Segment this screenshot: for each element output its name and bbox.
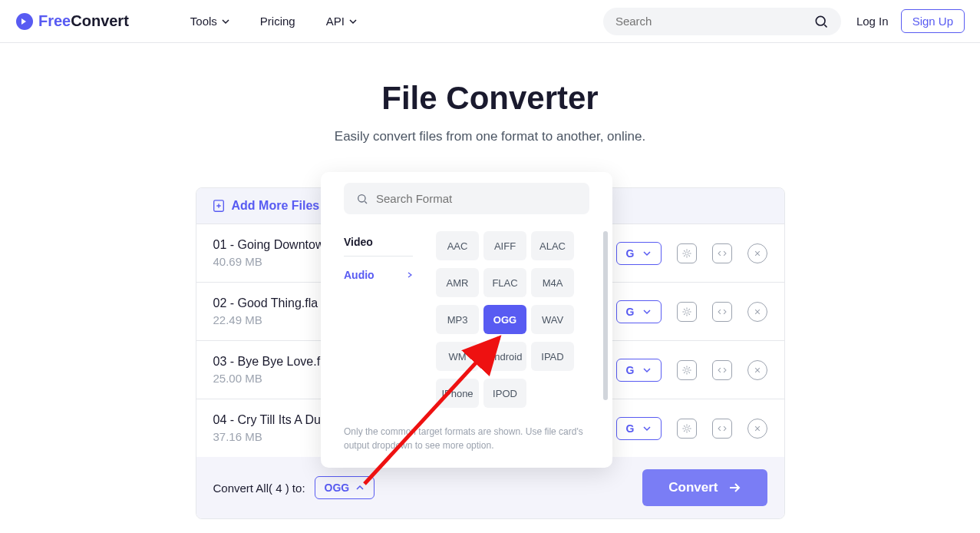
file-format-button[interactable]: G [616, 417, 662, 440]
format-option-aac[interactable]: AAC [436, 231, 479, 260]
close-icon [752, 423, 763, 434]
format-option-m4a[interactable]: M4A [531, 268, 574, 297]
file-format-button[interactable]: G [616, 300, 662, 323]
add-file-icon [212, 199, 226, 213]
format-option-ipad[interactable]: IPAD [531, 342, 574, 371]
hero: File Converter Easily convert files from… [0, 80, 980, 144]
close-icon [752, 248, 763, 259]
search-icon [356, 193, 368, 205]
gear-icon [681, 248, 692, 259]
arrow-right-icon [728, 481, 741, 495]
code-icon [717, 365, 728, 376]
nav-pricing-label: Pricing [260, 15, 295, 28]
signup-button[interactable]: Sign Up [901, 9, 965, 33]
svg-point-5 [685, 368, 688, 371]
popup-sidebar: Video Audio [344, 231, 413, 408]
remove-button[interactable] [747, 302, 767, 322]
popup-search[interactable] [344, 183, 589, 214]
convert-all-format-label: OGG [325, 482, 350, 494]
format-option-wav[interactable]: WAV [531, 305, 574, 334]
chevron-down-icon [222, 18, 229, 25]
sidebar-item-audio[interactable]: Audio [344, 264, 413, 286]
code-button[interactable] [712, 360, 732, 380]
svg-point-4 [685, 310, 688, 313]
gear-icon [681, 306, 692, 317]
file-format-label: G [626, 364, 635, 376]
format-option-aiff[interactable]: AIFF [483, 231, 526, 260]
format-option-alac[interactable]: ALAC [531, 231, 574, 260]
add-more-label: Add More Files [232, 199, 320, 213]
format-option-iphone[interactable]: IPhone [436, 379, 479, 408]
gear-icon [681, 423, 692, 434]
logo[interactable]: FreeConvert [15, 12, 129, 31]
settings-button[interactable] [677, 243, 697, 263]
settings-button[interactable] [677, 419, 697, 439]
add-more-files-button[interactable]: Add More Files [212, 199, 320, 213]
file-actions: G [616, 300, 767, 323]
svg-point-6 [685, 426, 688, 429]
chevron-down-icon [642, 424, 652, 433]
file-actions: G [616, 417, 767, 440]
format-popup: Video Audio AACAIFFALACAMRFLACM4AMP3OGGW… [321, 172, 612, 468]
popup-note: Only the common target formats are shown… [344, 425, 589, 452]
convert-all-label: Convert All( 4 ) to: [213, 482, 305, 495]
nav-tools[interactable]: Tools [190, 15, 229, 28]
format-option-mp3[interactable]: MP3 [436, 305, 479, 334]
code-icon [717, 306, 728, 317]
format-option-flac[interactable]: FLAC [483, 268, 526, 297]
file-format-label: G [626, 247, 635, 260]
popup-body: Video Audio AACAIFFALACAMRFLACM4AMP3OGGW… [344, 231, 589, 408]
nav-pricing[interactable]: Pricing [260, 15, 295, 28]
brand-light: Free [38, 12, 71, 29]
logo-icon [15, 12, 34, 31]
page-subtitle: Easily convert files from one format to … [0, 129, 980, 144]
svg-point-7 [358, 194, 365, 201]
chevron-down-icon [642, 366, 652, 375]
formats-grid: AACAIFFALACAMRFLACM4AMP3OGGWAVWMAndroidI… [436, 231, 589, 408]
file-format-label: G [626, 422, 635, 435]
gear-icon [681, 365, 692, 376]
sidebar-item-video[interactable]: Video [344, 231, 413, 257]
search-box[interactable] [603, 8, 841, 35]
format-option-android[interactable]: Android [483, 342, 526, 371]
format-option-ogg[interactable]: OGG [483, 305, 526, 334]
nav-api[interactable]: API [326, 15, 357, 28]
code-button[interactable] [712, 243, 732, 263]
file-actions: G [616, 242, 767, 265]
format-option-wm[interactable]: WM [436, 342, 479, 371]
file-format-label: G [626, 306, 635, 318]
page-title: File Converter [0, 80, 980, 117]
search-icon [813, 14, 829, 29]
scrollbar[interactable] [603, 231, 608, 400]
brand-bold: Convert [71, 12, 129, 29]
header: FreeConvert Tools Pricing API Log In Sig… [0, 0, 980, 43]
format-option-amr[interactable]: AMR [436, 268, 479, 297]
remove-button[interactable] [747, 360, 767, 380]
close-icon [752, 365, 763, 376]
login-link[interactable]: Log In [856, 15, 889, 28]
chevron-down-icon [642, 307, 652, 316]
close-icon [752, 306, 763, 317]
svg-point-3 [685, 251, 688, 254]
convert-button[interactable]: Convert [642, 469, 767, 506]
file-format-button[interactable]: G [616, 242, 662, 265]
code-icon [717, 423, 728, 434]
convert-all-format-button[interactable]: OGG [315, 476, 375, 499]
file-actions: G [616, 359, 767, 382]
sidebar-audio-label: Audio [344, 269, 375, 281]
chevron-down-icon [349, 18, 357, 25]
code-button[interactable] [712, 419, 732, 439]
remove-button[interactable] [747, 419, 767, 439]
code-button[interactable] [712, 302, 732, 322]
format-search-input[interactable] [376, 192, 577, 205]
settings-button[interactable] [677, 360, 697, 380]
format-option-ipod[interactable]: IPOD [483, 379, 526, 408]
nav: Tools Pricing API [190, 15, 357, 28]
settings-button[interactable] [677, 302, 697, 322]
convert-button-label: Convert [668, 480, 718, 495]
search-input[interactable] [615, 15, 813, 28]
code-icon [717, 248, 728, 259]
chevron-down-icon [642, 249, 652, 258]
file-format-button[interactable]: G [616, 359, 662, 382]
remove-button[interactable] [747, 243, 767, 263]
